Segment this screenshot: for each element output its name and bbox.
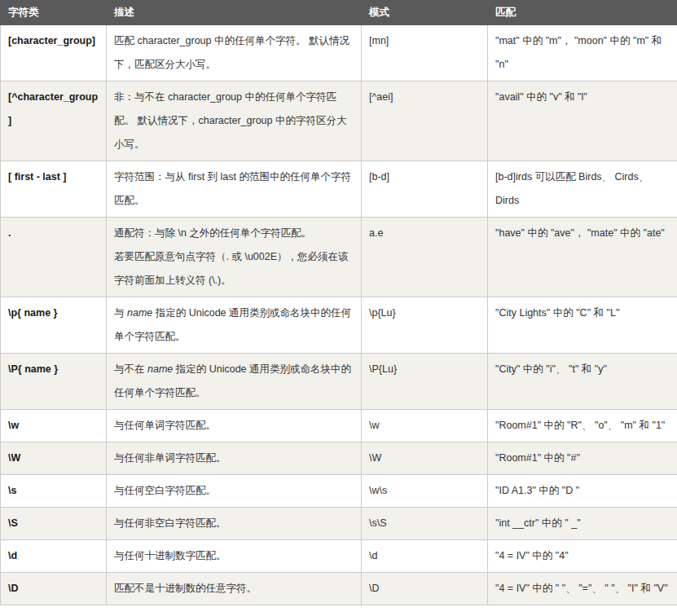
pattern-cell: \d bbox=[362, 540, 488, 573]
char-class-cell: [ first - last ] bbox=[1, 161, 107, 218]
table-row-non-whitespace: \S 与任何非空白字符匹配。 \s\S "int __ctr" 中的 " _" bbox=[1, 508, 677, 540]
match-cell: "City Lights" 中的 "C" 和 "L" bbox=[488, 297, 677, 354]
char-class-cell: \p{ name } bbox=[1, 297, 107, 354]
description-cell: 与任何非单词字符匹配。 bbox=[107, 442, 362, 475]
table-header-row: 字符类 描述 模式 匹配 bbox=[1, 1, 677, 25]
table-row-negated-character-group: [^character_group] 非：与不在 character_group… bbox=[1, 81, 677, 161]
table-row-digit: \d 与任何十进制数字匹配。 \d "4 = IV" 中的 "4" bbox=[1, 540, 677, 573]
match-cell: "4 = IV" 中的 "4" bbox=[488, 540, 677, 573]
description-cell: 匹配 character_group 中的任何单个字符。 默认情况下，匹配区分大… bbox=[107, 25, 362, 81]
match-cell: "Room#1" 中的 "R"、 "o"、 "m" 和 "1" bbox=[488, 410, 677, 442]
description-cell: 与任何非空白字符匹配。 bbox=[107, 508, 362, 540]
char-class-cell: \P{ name } bbox=[1, 354, 107, 410]
description-text: 与不在 bbox=[114, 363, 147, 375]
description-cell: 非：与不在 character_group 中的任何单个字符匹配。 默认情况下，… bbox=[107, 81, 362, 161]
description-cell: 与任何空白字符匹配。 bbox=[107, 475, 362, 508]
description-cell: 字符范围：与从 first 到 last 的范围中的任何单个字符匹配。 bbox=[107, 161, 362, 218]
match-cell: "4 = IV" 中的 " "、 "="、 " "、 "I" 和 "V" bbox=[488, 573, 677, 605]
char-class-cell: \S bbox=[1, 508, 107, 540]
pattern-cell: [b-d] bbox=[362, 161, 488, 218]
match-cell: "have" 中的 "ave"， "mate" 中的 "ate" bbox=[488, 218, 677, 297]
pattern-cell: a.e bbox=[362, 218, 488, 297]
char-class-cell: . bbox=[1, 218, 107, 297]
table-row-character-group: [character_group] 匹配 character_group 中的任… bbox=[1, 25, 677, 81]
table-row-word-char: \w 与任何单词字符匹配。 \w "Room#1" 中的 "R"、 "o"、 "… bbox=[1, 410, 677, 442]
char-class-cell: [character_group] bbox=[1, 25, 107, 81]
italic-term: name bbox=[147, 363, 173, 375]
char-class-cell: \s bbox=[1, 475, 107, 508]
description-cell: 与不在 name 指定的 Unicode 通用类别或命名块中的任何单个字符匹配。 bbox=[107, 354, 362, 410]
italic-term: name bbox=[127, 307, 152, 319]
header-match: 匹配 bbox=[488, 1, 677, 25]
pattern-cell: \w\s bbox=[362, 475, 488, 508]
table-row-negated-unicode-category: \P{ name } 与不在 name 指定的 Unicode 通用类别或命名块… bbox=[1, 354, 677, 410]
header-pattern: 模式 bbox=[362, 1, 488, 25]
table-row-range: [ first - last ] 字符范围：与从 first 到 last 的范… bbox=[1, 161, 677, 218]
char-class-cell: \W bbox=[1, 442, 107, 475]
table-row-whitespace: \s 与任何空白字符匹配。 \w\s "ID A1.3" 中的 "D " bbox=[1, 475, 677, 508]
match-cell: "mat" 中的 "m"， "moon" 中的 "m" 和 "n" bbox=[488, 25, 677, 81]
description-text: 与 bbox=[114, 307, 127, 319]
pattern-cell: \D bbox=[362, 573, 488, 605]
match-cell: "int __ctr" 中的 " _" bbox=[488, 508, 677, 540]
pattern-cell: \p{Lu} bbox=[362, 297, 488, 354]
description-cell: 与任何十进制数字匹配。 bbox=[107, 540, 362, 573]
header-description: 描述 bbox=[107, 1, 362, 25]
description-cell: 通配符：与除 \n 之外的任何单个字符匹配。 若要匹配原意句点字符（. 或 \u… bbox=[107, 218, 362, 297]
table-row-non-word-char: \W 与任何非单词字符匹配。 \W "Room#1" 中的 "#" bbox=[1, 442, 677, 475]
pattern-cell: \W bbox=[362, 442, 488, 475]
pattern-cell: [^aei] bbox=[362, 81, 488, 161]
pattern-cell: \P{Lu} bbox=[362, 354, 488, 410]
table-row-unicode-category: \p{ name } 与 name 指定的 Unicode 通用类别或命名块中的… bbox=[1, 297, 677, 354]
regex-character-class-table: 字符类 描述 模式 匹配 [character_group] 匹配 charac… bbox=[0, 0, 677, 605]
description-cell: 匹配不是十进制数的任意字符。 bbox=[107, 573, 362, 605]
char-class-cell: \D bbox=[1, 573, 107, 605]
char-class-cell: \w bbox=[1, 410, 107, 442]
description-cell: 与 name 指定的 Unicode 通用类别或命名块中的任何单个字符匹配。 bbox=[107, 297, 362, 354]
description-line: 若要匹配原意句点字符（. 或 \u002E），您必须在该字符前面加上转义符 (\… bbox=[114, 245, 354, 293]
match-cell: "ID A1.3" 中的 "D " bbox=[488, 475, 677, 508]
pattern-cell: \w bbox=[362, 410, 488, 442]
pattern-cell: \s\S bbox=[362, 508, 488, 540]
char-class-cell: \d bbox=[1, 540, 107, 573]
description-cell: 与任何单词字符匹配。 bbox=[107, 410, 362, 442]
description-line: 通配符：与除 \n 之外的任何单个字符匹配。 bbox=[114, 222, 354, 245]
match-cell: "City" 中的 "i"、 "t" 和 "y" bbox=[488, 354, 677, 410]
pattern-cell: [mn] bbox=[362, 25, 488, 81]
match-cell: "avail" 中的 "v" 和 "l" bbox=[488, 81, 677, 161]
header-char-class: 字符类 bbox=[1, 1, 107, 25]
table-row-wildcard: . 通配符：与除 \n 之外的任何单个字符匹配。 若要匹配原意句点字符（. 或 … bbox=[1, 218, 677, 297]
char-class-cell: [^character_group] bbox=[1, 81, 107, 161]
match-cell: "Room#1" 中的 "#" bbox=[488, 442, 677, 475]
table-row-non-digit: \D 匹配不是十进制数的任意字符。 \D "4 = IV" 中的 " "、 "=… bbox=[1, 573, 677, 605]
match-cell: [b-d]irds 可以匹配 Birds、 Cirds、 Dirds bbox=[488, 161, 677, 218]
